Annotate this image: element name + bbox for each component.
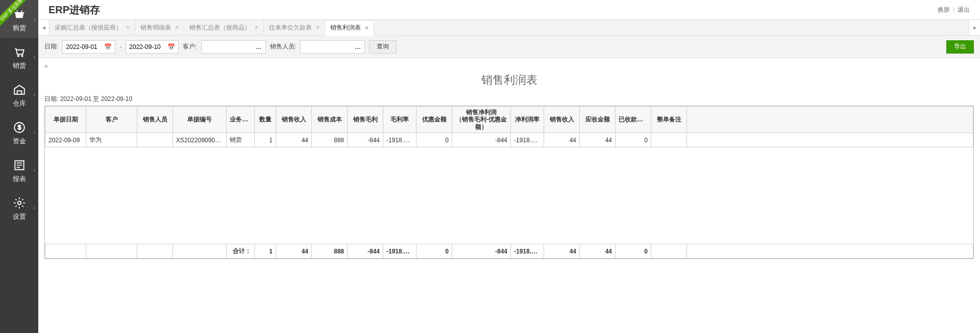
tab-label: 销售汇总表（按商品）: [189, 23, 251, 32]
column-header[interactable]: 销售净利润（销售毛利-优惠金额）: [452, 107, 511, 133]
table-row[interactable]: 2022-09-09华为XS202209090036255销货144888-84…: [45, 133, 973, 147]
column-header[interactable]: 销售成本: [312, 107, 348, 133]
date-to-input-wrap[interactable]: 📅: [126, 40, 179, 54]
grid-toggle-icon[interactable]: [44, 62, 47, 65]
svg-point-3: [17, 55, 19, 57]
column-header[interactable]: 应收金额: [580, 107, 616, 133]
cell: [137, 133, 173, 147]
close-icon[interactable]: ×: [316, 24, 320, 31]
chevron-right-icon: ›: [34, 130, 35, 135]
footer-cell: 合计：: [227, 244, 255, 259]
salesperson-input[interactable]: [304, 43, 339, 50]
footer-cell: 44: [580, 244, 616, 259]
date-from-input-wrap[interactable]: 📅: [62, 40, 115, 54]
report-grid: 单据日期客户销售人员单据编号业务类型数量销售收入销售成本销售毛利毛利率优惠金额销…: [44, 106, 974, 259]
column-header[interactable]: 业务类型: [227, 107, 255, 133]
svg-text:$: $: [17, 123, 21, 131]
chevron-right-icon: ›: [34, 92, 35, 97]
sidebar-purchase[interactable]: 购货 ›: [0, 0, 38, 38]
footer-cell: [45, 244, 86, 259]
ellipsis-icon[interactable]: …: [240, 43, 262, 50]
sidebar-warehouse[interactable]: 仓库 ›: [0, 75, 38, 113]
cell: 888: [312, 133, 348, 147]
dash: -: [119, 43, 121, 50]
tab-2[interactable]: 销售汇总表（按商品）×: [184, 20, 264, 35]
date-label: 日期:: [44, 42, 58, 51]
report-date-range: 日期: 2022-09-01 至 2022-09-10: [44, 95, 974, 104]
sidebar-item-label: 资金: [13, 137, 26, 146]
filter-bar: 日期: 📅 - 📅 客户: … 销售人员: … 查询 导出: [38, 36, 980, 58]
column-header[interactable]: 销售收入: [276, 107, 312, 133]
tab-scroll-right[interactable]: ▸: [969, 20, 980, 35]
cell: 1: [255, 133, 276, 147]
column-header[interactable]: 单据日期: [45, 107, 86, 133]
close-icon[interactable]: ×: [255, 24, 258, 31]
cell: 0: [616, 133, 651, 147]
report-icon: [12, 158, 27, 172]
chevron-right-icon: ›: [34, 16, 35, 22]
close-icon[interactable]: ×: [126, 24, 130, 31]
tab-1[interactable]: 销售明细表×: [135, 20, 184, 35]
logout-link[interactable]: 退出: [958, 6, 970, 14]
customer-input[interactable]: [205, 43, 240, 50]
sidebar-item-label: 销货: [13, 61, 26, 70]
column-header[interactable]: 单据编号: [173, 107, 227, 133]
tab-bar: ◂ 采购汇总表（按供应商）×销售明细表×销售汇总表（按商品）×往来单位欠款表×销…: [38, 19, 980, 36]
sidebar-finance[interactable]: $ 资金 ›: [0, 113, 38, 151]
tab-4[interactable]: 销售利润表×: [325, 20, 374, 36]
table-footer-row: 合计：144888-844-1918.18%0-844-1918.18%4444…: [45, 244, 973, 259]
date-to-input[interactable]: [129, 43, 167, 50]
cell: 44: [276, 133, 312, 147]
column-header[interactable]: 数量: [255, 107, 276, 133]
tab-0[interactable]: 采购汇总表（按供应商）×: [50, 20, 135, 35]
main-sidebar: 购货 › 销货 › 仓库 › $ 资金 ›: [0, 0, 38, 333]
tab-3[interactable]: 往来单位欠款表×: [264, 20, 325, 35]
query-button[interactable]: 查询: [369, 40, 397, 54]
export-button[interactable]: 导出: [946, 40, 974, 54]
sidebar-item-label: 仓库: [13, 99, 26, 108]
top-links: 换肤 | 退出: [938, 6, 970, 14]
footer-cell: 1: [255, 244, 276, 259]
chevron-right-icon: ›: [34, 54, 35, 60]
tab-label: 往来单位欠款表: [269, 23, 312, 32]
customer-label: 客户:: [183, 42, 197, 51]
cell: XS202209090036255: [173, 133, 227, 147]
sidebar-sales[interactable]: 销货 ›: [0, 38, 38, 75]
close-icon[interactable]: ×: [175, 24, 179, 31]
skin-link[interactable]: 换肤: [938, 6, 950, 14]
cell: 销货: [227, 133, 255, 147]
column-header[interactable]: 优惠金额: [416, 107, 452, 133]
column-header[interactable]: 已收款金额: [616, 107, 651, 133]
tab-scroll-left[interactable]: ◂: [38, 20, 50, 35]
sidebar-item-label: 设置: [13, 212, 26, 221]
cell: -844: [348, 133, 383, 147]
cart-icon: [12, 45, 27, 59]
close-icon[interactable]: ×: [365, 24, 369, 32]
column-header[interactable]: 毛利率: [383, 107, 416, 133]
customer-input-wrap[interactable]: …: [201, 40, 266, 54]
column-header[interactable]: 整单备注: [651, 107, 687, 133]
sidebar-report[interactable]: 报表 ›: [0, 151, 38, 189]
footer-cell: 0: [616, 244, 651, 259]
gear-icon: [12, 196, 27, 210]
ellipsis-icon[interactable]: …: [339, 43, 361, 50]
date-from-input[interactable]: [66, 43, 104, 50]
cell: [651, 133, 687, 147]
footer-cell: 0: [416, 244, 452, 259]
calendar-icon[interactable]: 📅: [167, 43, 175, 50]
sidebar-settings[interactable]: 设置 ›: [0, 189, 38, 226]
salesperson-label: 销售人员:: [270, 42, 296, 51]
brand-title: ERP进销存: [48, 3, 100, 17]
column-header[interactable]: 客户: [86, 107, 137, 133]
column-header[interactable]: 净利润率: [511, 107, 544, 133]
column-header[interactable]: 销售收入: [544, 107, 580, 133]
column-header[interactable]: 销售毛利: [348, 107, 383, 133]
chevron-right-icon: ›: [34, 205, 35, 211]
column-header[interactable]: 销售人员: [137, 107, 173, 133]
svg-point-0: [17, 15, 18, 16]
footer-cell: [173, 244, 227, 259]
calendar-icon[interactable]: 📅: [104, 43, 112, 50]
salesperson-input-wrap[interactable]: …: [300, 40, 365, 54]
cell: 0: [416, 133, 452, 147]
footer-cell: 44: [276, 244, 312, 259]
